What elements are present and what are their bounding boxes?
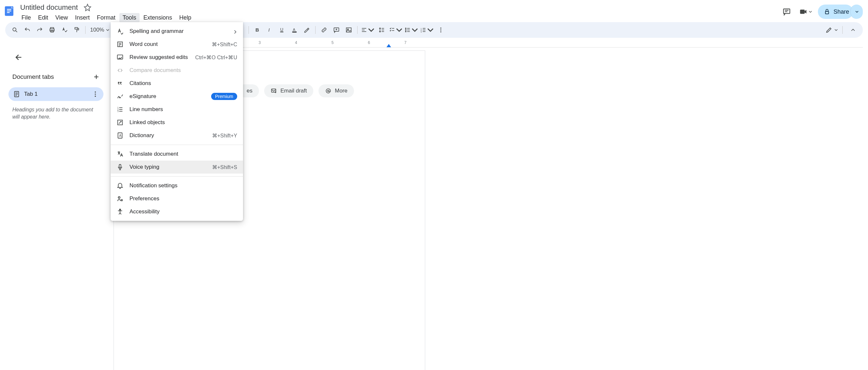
menu-insert[interactable]: Insert [72, 13, 93, 23]
svg-point-76 [118, 197, 120, 199]
add-comment-icon[interactable] [331, 24, 342, 36]
bulleted-list-icon[interactable] [404, 24, 419, 36]
zoom-selector[interactable]: 100% [88, 27, 111, 33]
dict-icon: A [117, 132, 124, 139]
menu-shortcut: Ctrl+⌘O Ctrl+⌘U [195, 54, 237, 61]
share-caret[interactable] [850, 5, 863, 19]
tools-item-voice-typing[interactable]: Voice typing⌘+Shift+S [111, 161, 243, 174]
svg-rect-14 [75, 28, 78, 29]
sidebar: Document tabs Tab 1 Headings you add to … [5, 51, 107, 121]
title-area: Untitled document FileEditViewInsertForm… [18, 3, 780, 23]
numbered-list-icon[interactable]: 123 [420, 24, 434, 36]
more-toolbar-icon[interactable] [435, 24, 447, 36]
toolbar-divider [357, 26, 358, 34]
menu-item-label: Citations [129, 80, 237, 87]
star-icon[interactable] [84, 4, 91, 11]
svg-point-9 [13, 28, 16, 31]
collapse-toolbar-icon[interactable] [847, 24, 859, 36]
tools-item-translate-document[interactable]: Translate document [111, 147, 243, 161]
menu-tools[interactable]: Tools [119, 13, 140, 23]
tools-item-accessibility[interactable]: Accessibility [111, 205, 243, 218]
text-color-icon[interactable]: A [288, 24, 300, 36]
underline-icon[interactable]: U [276, 24, 288, 36]
meet-button[interactable] [799, 5, 812, 18]
tab-label: Tab 1 [24, 91, 88, 97]
menu-item-label: Dictionary [129, 132, 206, 139]
menu-shortcut: ⌘+Shift+C [212, 41, 237, 48]
tools-item-notification-settings[interactable]: Notification settings [111, 179, 243, 192]
comment-history-icon[interactable] [780, 5, 793, 18]
tools-item-review-suggested-edits[interactable]: Review suggested editsCtrl+⌘O Ctrl+⌘U [111, 51, 243, 64]
bold-icon[interactable]: B [251, 24, 263, 36]
svg-text:3: 3 [421, 31, 422, 33]
svg-point-36 [405, 30, 406, 31]
svg-rect-8 [826, 11, 829, 14]
menu-item-label: Notification settings [129, 182, 237, 189]
italic-icon[interactable]: I [264, 24, 276, 36]
tools-item-linked-objects[interactable]: Linked objects [111, 116, 243, 129]
sidebar-hint: Headings you add to the document will ap… [5, 101, 107, 121]
menu-extensions[interactable]: Extensions [140, 13, 175, 23]
editing-mode-button[interactable] [826, 26, 838, 33]
tools-item-esignature[interactable]: eSignaturePremium [111, 90, 243, 103]
document-tab-icon [13, 90, 20, 98]
menu-format[interactable]: Format [94, 13, 119, 23]
menu-file[interactable]: File [18, 13, 34, 23]
email-icon [271, 88, 277, 94]
svg-point-55 [95, 91, 96, 93]
tools-item-line-numbers[interactable]: 123Line numbers [111, 103, 243, 116]
tools-item-word-count[interactable]: Word count⌘+Shift+C [111, 38, 243, 51]
ruler-indent-marker[interactable] [386, 44, 391, 47]
search-menus-icon[interactable] [9, 24, 21, 36]
back-icon[interactable] [12, 51, 25, 64]
toolbar-divider [85, 26, 86, 34]
svg-rect-1 [7, 9, 11, 9]
zoom-value: 100% [90, 27, 104, 33]
menu-item-label: Linked objects [129, 119, 237, 126]
insert-image-icon[interactable] [343, 24, 354, 36]
checklist-icon[interactable] [388, 24, 403, 36]
print-icon[interactable] [46, 24, 58, 36]
chip-email-draft[interactable]: Email draft [264, 84, 313, 97]
menu-item-label: Review suggested edits [129, 54, 189, 61]
line-spacing-icon[interactable] [376, 24, 388, 36]
undo-icon[interactable] [22, 24, 33, 36]
add-tab-icon[interactable] [91, 72, 101, 82]
ruler-tick: 5 [332, 40, 334, 45]
paint-format-icon[interactable] [71, 24, 83, 36]
menu-view[interactable]: View [52, 13, 71, 23]
tools-item-preferences[interactable]: Preferences [111, 192, 243, 205]
sidebar-title: Document tabs [12, 73, 54, 81]
align-icon[interactable] [360, 24, 375, 36]
svg-point-46 [440, 28, 441, 29]
spellcheck-icon[interactable] [59, 24, 70, 36]
svg-rect-58 [271, 89, 276, 92]
menu-edit[interactable]: Edit [35, 13, 52, 23]
svg-rect-4 [783, 9, 790, 13]
chip-more[interactable]: More [318, 84, 354, 97]
voice-icon [117, 164, 124, 171]
chip-meeting-notes[interactable]: es [243, 84, 259, 97]
menu-help[interactable]: Help [176, 13, 194, 23]
wordcount-icon [117, 41, 124, 48]
tools-item-dictionary[interactable]: ADictionary⌘+Shift+Y [111, 129, 243, 142]
redo-icon[interactable] [34, 24, 45, 36]
tab-more-icon[interactable] [92, 90, 99, 98]
share-button[interactable]: Share [818, 5, 853, 19]
chip-label: More [335, 88, 347, 94]
menu-item-label: Accessibility [129, 208, 237, 215]
translate-icon [117, 150, 124, 158]
tools-item-spelling-and-grammar[interactable]: Spelling and grammar [111, 25, 243, 38]
cite-icon [117, 80, 124, 87]
svg-text:I: I [269, 27, 270, 33]
tab-item[interactable]: Tab 1 [8, 87, 103, 101]
menu-separator [111, 145, 243, 145]
tools-item-citations[interactable]: Citations [111, 77, 243, 90]
svg-point-48 [440, 31, 441, 32]
insert-link-icon[interactable] [318, 24, 330, 36]
chip-label: es [247, 88, 252, 94]
document-title[interactable]: Untitled document [18, 3, 80, 12]
highlight-color-icon[interactable] [301, 24, 313, 36]
docs-logo-icon[interactable] [3, 3, 16, 20]
menubar: FileEditViewInsertFormatToolsExtensionsH… [18, 13, 780, 23]
